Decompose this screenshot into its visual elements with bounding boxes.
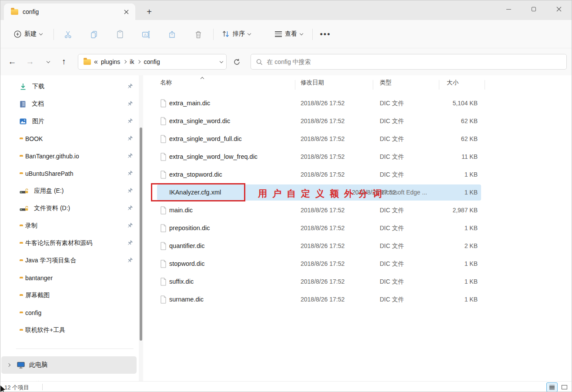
file-row[interactable]: surname.dic 2018/8/26 17:52 DIC 文件 1 KB (151, 291, 570, 308)
file-name: surname.dic (169, 291, 204, 308)
sidebar-item-folder-9[interactable]: 牛客论坛所有素材和源码 (1, 235, 137, 252)
maximize-button[interactable] (521, 0, 546, 18)
sidebar-item-folder-10[interactable]: Java 学习项目集合 (1, 252, 137, 269)
sidebar-item-download-0[interactable]: 下载 (1, 78, 137, 95)
file-name: preposition.dic (169, 219, 210, 237)
search-box[interactable] (251, 54, 567, 70)
breadcrumb-ik[interactable]: ik (130, 58, 134, 65)
tab-config[interactable]: config (4, 3, 135, 20)
forward-button[interactable]: → (23, 55, 37, 68)
sidebar-item-folder-4[interactable]: BanTanger.github.io (1, 147, 137, 165)
back-button[interactable]: ← (5, 55, 19, 68)
tab-close-icon[interactable] (121, 7, 131, 17)
file-row[interactable]: extra_stopword.dic 2018/8/26 17:52 DIC 文… (151, 166, 570, 184)
breadcrumb-config[interactable]: config (144, 58, 160, 65)
column-header-name[interactable]: 名称 (160, 79, 172, 87)
copy-button[interactable] (85, 27, 103, 42)
pin-icon (127, 188, 133, 194)
file-size: 1 KB (394, 166, 478, 184)
sidebar-item-drive-7[interactable]: 文件资料 (D:) (1, 200, 137, 217)
pin-icon (127, 153, 133, 159)
chevron-down-icon (39, 31, 43, 35)
file-row[interactable]: quantifier.dic 2018/8/26 17:52 DIC 文件 2 … (151, 237, 570, 255)
file-size: 2,987 KB (394, 201, 478, 219)
column-header-size[interactable]: 大小 (447, 79, 458, 87)
sidebar-scrollbar[interactable] (139, 75, 143, 381)
scrollbar-thumb[interactable] (140, 127, 142, 341)
file-icon (160, 171, 167, 179)
folder-icon (84, 59, 91, 65)
cut-button[interactable] (59, 27, 77, 42)
rename-button[interactable]: A (137, 27, 155, 42)
sidebar-item-label: bantanger (25, 275, 53, 281)
sidebar-item-pictures-2[interactable]: 图片 (1, 113, 137, 130)
sidebar-item-drive-6[interactable]: 应用盘 (E:) (1, 182, 137, 200)
sidebar-item-folder-14[interactable]: 联机软件+工具 (1, 322, 137, 339)
file-date-modified: 2018/8/26 17:52 (301, 255, 345, 273)
minimize-button[interactable] (496, 0, 521, 18)
file-size: 2 KB (394, 237, 478, 255)
close-button[interactable] (546, 0, 572, 18)
view-button[interactable]: 查看 (271, 26, 307, 42)
computer-icon (17, 362, 25, 369)
breadcrumb-overflow[interactable]: « (94, 58, 98, 66)
column-header-type[interactable]: 类型 (380, 79, 391, 87)
pictures-icon (20, 118, 27, 124)
file-name: extra_single_word_low_freq.dic (169, 148, 258, 166)
search-input[interactable] (267, 58, 561, 65)
file-icon (160, 295, 167, 304)
status-bar: 12 个项目 (0, 381, 572, 392)
file-row[interactable]: extra_main.dic 2018/8/26 17:52 DIC 文件 5,… (151, 94, 570, 112)
file-name: extra_single_word.dic (169, 112, 230, 130)
file-row[interactable]: stopword.dic 2018/8/26 17:52 DIC 文件 1 KB (151, 255, 570, 273)
sidebar-item-folder-13[interactable]: config (1, 304, 137, 322)
new-tab-button[interactable]: + (143, 6, 155, 18)
more-options-button[interactable]: ••• (317, 27, 334, 42)
up-button[interactable]: ↑ (57, 55, 71, 68)
refresh-button[interactable] (230, 55, 244, 68)
sidebar-item-folder-11[interactable]: bantanger (1, 269, 137, 287)
file-name: extra_stopword.dic (169, 166, 222, 184)
sort-button[interactable]: 排序 (218, 26, 254, 42)
delete-button[interactable] (190, 27, 207, 42)
file-name: suffix.dic (169, 273, 194, 291)
sidebar-item-folder-12[interactable]: 屏幕截图 (1, 287, 137, 304)
pin-icon (127, 135, 133, 142)
file-date-modified: 2018/8/26 17:52 (301, 112, 345, 130)
sidebar-item-folder-3[interactable]: BOOK (1, 130, 137, 147)
new-button[interactable]: 新建 (10, 26, 46, 42)
paste-button[interactable] (111, 27, 129, 42)
sidebar-item-label: 文档 (32, 100, 44, 108)
address-dropdown-icon[interactable] (220, 59, 223, 63)
file-size: 11 KB (394, 148, 478, 166)
file-row[interactable]: preposition.dic 2018/8/26 17:52 DIC 文件 1… (151, 219, 570, 237)
file-row[interactable]: extra_single_word_full.dic 2018/8/26 17:… (151, 130, 570, 148)
file-name: quantifier.dic (169, 237, 204, 255)
column-header-date[interactable]: 修改日期 (301, 79, 324, 87)
sidebar-tree-item-0[interactable]: 此电脑 (1, 356, 137, 374)
file-row[interactable]: main.dic 2018/8/26 17:52 DIC 文件 2,987 KB (151, 201, 570, 219)
large-icons-view-button[interactable] (559, 382, 570, 392)
sidebar-tree-item-1[interactable]: 网络 (1, 375, 137, 381)
navigation-pane: 下载 文档 (0, 75, 137, 381)
file-icon (160, 260, 167, 268)
file-row[interactable]: extra_single_word_low_freq.dic 2018/8/26… (151, 148, 570, 166)
sidebar-item-folder-5[interactable]: uBuntuSharePath (1, 165, 137, 182)
share-button[interactable] (164, 27, 181, 42)
file-name: extra_main.dic (169, 94, 210, 112)
recent-locations-button[interactable] (41, 55, 55, 68)
file-icon (160, 278, 167, 286)
address-bar[interactable]: « plugins ik config (78, 54, 227, 70)
file-row[interactable]: suffix.dic 2018/8/26 17:52 DIC 文件 1 KB (151, 273, 570, 291)
chevron-expand-icon[interactable] (7, 363, 10, 367)
breadcrumb-plugins[interactable]: plugins (101, 58, 120, 65)
sidebar-item-label: BanTanger.github.io (25, 153, 79, 160)
details-view-icon (549, 385, 555, 390)
sidebar-item-folder-8[interactable]: 录制 (1, 217, 137, 235)
file-size: 1 KB (394, 219, 478, 237)
details-view-button[interactable] (546, 382, 558, 392)
file-row[interactable]: extra_single_word.dic 2018/8/26 17:52 DI… (151, 112, 570, 130)
ellipsis-icon: ••• (320, 30, 331, 39)
sidebar-item-document-1[interactable]: 文档 (1, 95, 137, 113)
file-icon (160, 153, 167, 161)
